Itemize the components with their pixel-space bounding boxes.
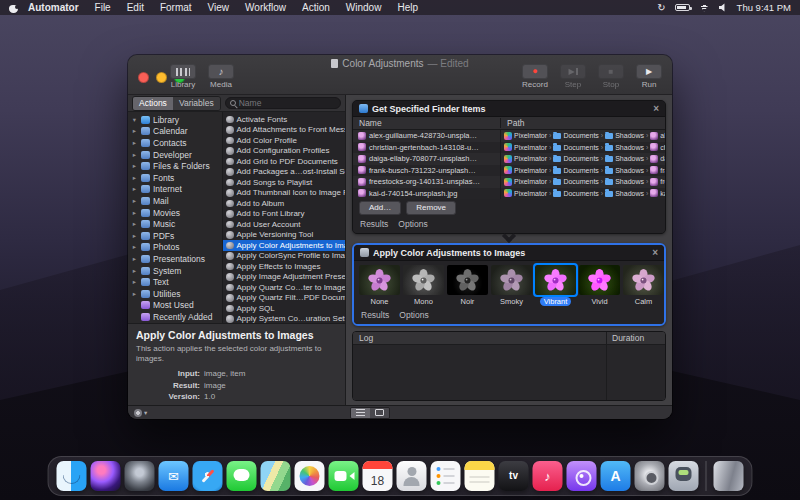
disclosure-triangle-icon[interactable]: ▸ [131, 139, 138, 147]
disclosure-triangle-icon[interactable]: ▸ [131, 197, 138, 205]
finder-dock-icon[interactable] [57, 461, 87, 491]
reminders-dock-icon[interactable] [431, 461, 461, 491]
disclosure-triangle-icon[interactable]: ▾ [131, 116, 138, 124]
step2-header[interactable]: Apply Color Adjustments to Images × [354, 245, 664, 261]
mail-dock-icon[interactable]: ✉ [159, 461, 189, 491]
disclosure-triangle-icon[interactable]: ▸ [131, 243, 138, 251]
action-item-activate-fonts[interactable]: Activate Fonts [223, 114, 345, 125]
action-item-apple-versioning-tool[interactable]: Apple Versioning Tool [223, 230, 345, 241]
finder-item-row[interactable]: alex-guillaume-428730-unspla…Pixelmator›… [353, 130, 665, 142]
preset-noir[interactable]: Noir [447, 265, 488, 306]
search-input[interactable] [239, 98, 336, 108]
action-item-add-thumbnail-icon-to-image-files[interactable]: Add Thumbnail Icon to Image Files [223, 188, 345, 199]
sidebar-item-calendar[interactable]: ▸Calendar [128, 126, 222, 138]
library-button[interactable]: Library [170, 64, 196, 89]
action-item-add-packages-a-ost-install-scripts[interactable]: Add Packages a…ost-Install Scripts [223, 167, 345, 178]
menu-item-help[interactable]: Help [389, 2, 426, 13]
action-item-add-attachments-to-front-message[interactable]: Add Attachments to Front Message [223, 125, 345, 136]
preset-vivid[interactable]: Vivid [579, 265, 620, 306]
contacts-dock-icon[interactable] [397, 461, 427, 491]
disclosure-triangle-icon[interactable]: ▸ [131, 174, 138, 182]
preset-none[interactable]: None [359, 265, 400, 306]
menu-item-workflow[interactable]: Workflow [237, 2, 294, 13]
finder-item-row[interactable]: daiga-ellaby-708077-unsplash…Pixelmator›… [353, 153, 665, 165]
sidebar-item-most-used[interactable]: Most Used [128, 300, 222, 312]
sidebar-item-text[interactable]: ▸Text [128, 276, 222, 288]
sidebar-item-music[interactable]: ▸Music [128, 218, 222, 230]
disclosure-triangle-icon[interactable]: ▸ [131, 255, 138, 263]
sidebar-item-developer[interactable]: ▸Developer [128, 149, 222, 161]
options-link[interactable]: Options [399, 310, 428, 320]
menu-item-automator[interactable]: Automator [28, 2, 87, 13]
action-item-apply-image-adjustment-preset[interactable]: Apply Image Adjustment Preset [223, 272, 345, 283]
tab-actions[interactable]: Actions [133, 97, 173, 110]
sidebar-item-files-folders[interactable]: ▸Files & Folders [128, 160, 222, 172]
sidebar-item-fonts[interactable]: ▸Fonts [128, 172, 222, 184]
action-item-add-to-font-library[interactable]: Add to Font Library [223, 209, 345, 220]
launchpad-dock-icon[interactable] [125, 461, 155, 491]
menu-item-edit[interactable]: Edit [119, 2, 152, 13]
music-dock-icon[interactable]: ♪ [533, 461, 563, 491]
podcasts-dock-icon[interactable] [567, 461, 597, 491]
action-item-apply-sql[interactable]: Apply SQL [223, 303, 345, 314]
safari-dock-icon[interactable] [193, 461, 223, 491]
sidebar-item-utilities[interactable]: ▸Utilities [128, 288, 222, 300]
action-item-add-color-profile[interactable]: Add Color Profile [223, 135, 345, 146]
action-item-apply-color-adjustments-to-images[interactable]: Apply Color Adjustments to Images [223, 240, 345, 251]
maps-dock-icon[interactable] [261, 461, 291, 491]
tab-variables[interactable]: Variables [173, 97, 220, 110]
system-preferences-dock-icon[interactable] [635, 461, 665, 491]
finder-item-row[interactable]: frank-busch-731232-unsplash…Pixelmator›D… [353, 165, 665, 177]
action-item-apply-colorsync-profile-to-images[interactable]: Apply ColorSync Profile to Images [223, 251, 345, 262]
siri-dock-icon[interactable] [91, 461, 121, 491]
sidebar-item-presentations[interactable]: ▸Presentations [128, 253, 222, 265]
add-button[interactable]: Add… [359, 201, 401, 215]
preset-vibrant[interactable]: Vibrant [535, 265, 576, 306]
notes-dock-icon[interactable] [465, 461, 495, 491]
record-button[interactable]: ●Record [522, 64, 548, 89]
sidebar-item-internet[interactable]: ▸Internet [128, 184, 222, 196]
disclosure-triangle-icon[interactable]: ▸ [131, 151, 138, 159]
menu-bar-clock[interactable]: Thu 9:41 PM [737, 2, 791, 13]
sidebar-item-photos[interactable]: ▸Photos [128, 242, 222, 254]
facetime-dock-icon[interactable] [329, 461, 359, 491]
tv-dock-icon[interactable]: tv [499, 461, 529, 491]
wifi-icon[interactable] [699, 4, 710, 12]
disclosure-triangle-icon[interactable]: ▸ [131, 267, 138, 275]
view-list-button[interactable] [351, 408, 370, 418]
step1-header[interactable]: Get Specified Finder Items × [353, 101, 665, 117]
results-link[interactable]: Results [360, 219, 388, 229]
action-item-apply-effects-to-images[interactable]: Apply Effects to Images [223, 261, 345, 272]
action-item-apply-quartz-co-ter-to-image-files[interactable]: Apply Quartz Co…ter to Image Files [223, 282, 345, 293]
trash-dock-icon[interactable] [714, 461, 744, 491]
step-button[interactable]: ▶Step [560, 64, 586, 89]
finder-item-row[interactable]: christian-gertenbach-143108-u…Pixelmator… [353, 142, 665, 154]
disclosure-triangle-icon[interactable]: ▸ [131, 185, 138, 193]
media-button[interactable]: ♪Media [208, 64, 234, 89]
preset-mono[interactable]: Mono [403, 265, 444, 306]
disclosure-triangle-icon[interactable]: ▸ [131, 220, 138, 228]
column-header-name[interactable]: Name [353, 118, 501, 128]
disclosure-triangle-icon[interactable]: ▸ [131, 162, 138, 170]
volume-icon[interactable] [719, 3, 728, 12]
action-item-add-user-account[interactable]: Add User Account [223, 219, 345, 230]
disclosure-triangle-icon[interactable]: ▸ [131, 278, 138, 286]
action-item-apply-system-co-uration-settings[interactable]: Apply System Co…uration Settings [223, 314, 345, 324]
menu-item-window[interactable]: Window [338, 2, 390, 13]
column-header-path[interactable]: Path [501, 118, 665, 128]
menu-item-action[interactable]: Action [294, 2, 338, 13]
options-link[interactable]: Options [398, 219, 427, 229]
sync-icon[interactable]: ↻ [657, 3, 665, 13]
menu-item-view[interactable]: View [200, 2, 238, 13]
sidebar-item-mail[interactable]: ▸Mail [128, 195, 222, 207]
app-store-dock-icon[interactable]: A [601, 461, 631, 491]
action-item-apply-quartz-filt-pdf-documents[interactable]: Apply Quartz Filt…PDF Documents [223, 293, 345, 304]
menu-item-file[interactable]: File [87, 2, 119, 13]
messages-dock-icon[interactable] [227, 461, 257, 491]
disclosure-triangle-icon[interactable]: ▸ [131, 290, 138, 298]
sidebar-item-pdfs[interactable]: ▸PDFs [128, 230, 222, 242]
action-item-add-configuration-profiles[interactable]: Add Configuration Profiles [223, 146, 345, 157]
preset-calm[interactable]: Calm [623, 265, 664, 306]
sidebar-item-contacts[interactable]: ▸Contacts [128, 137, 222, 149]
disclosure-triangle-icon[interactable]: ▸ [131, 209, 138, 217]
